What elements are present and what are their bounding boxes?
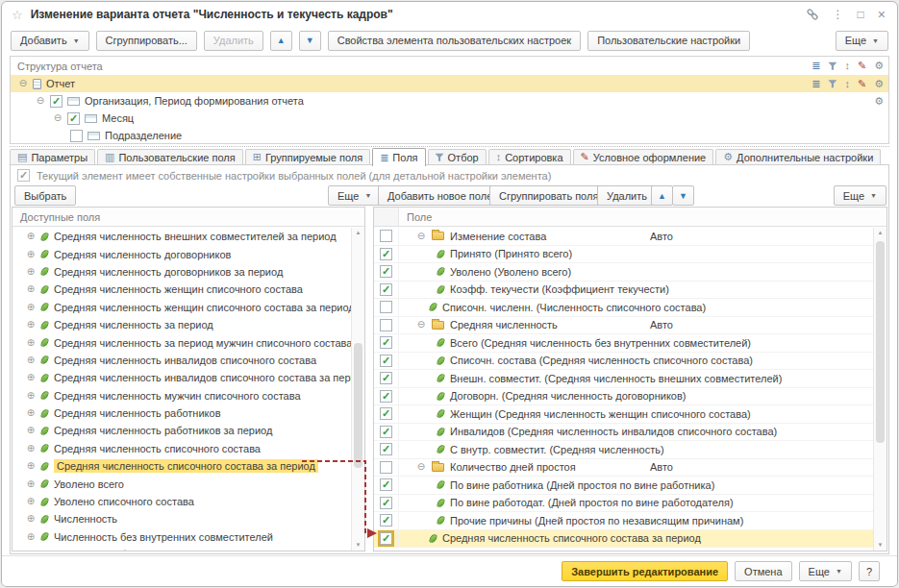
available-field-row[interactable]: ⊕Средняя численность за период мужчин сп… [12, 333, 351, 351]
available-field-row[interactable]: ⊕Средняя численность работников [12, 404, 351, 422]
available-field-row[interactable]: ⊕Средняя численность договорников за пер… [12, 263, 351, 281]
expander-icon[interactable]: ⊕ [26, 250, 36, 259]
selected-field-row[interactable]: ✓Принято (Принято всего) [374, 246, 873, 264]
structure-row[interactable]: ⊖✓Организация, Период формирования отчет… [11, 92, 888, 110]
selected-fields-more-button[interactable]: Еще▼ [834, 185, 887, 206]
tab-fields[interactable]: ≣Поля [372, 148, 425, 166]
scroll-up-icon[interactable]: ▲ [352, 228, 364, 238]
expander-icon[interactable]: ⊖ [18, 79, 28, 88]
finish-editing-button[interactable]: Завершить редактирование [562, 561, 728, 581]
row-checkbox[interactable]: ✓ [380, 426, 392, 438]
selected-fields-scrollbar[interactable]: ▲ ▼ [873, 228, 887, 551]
available-field-row[interactable]: ⊕Средняя численность списочного состава … [12, 457, 351, 475]
selected-field-row[interactable]: ✓Внешн. совместит. (Средняя численность … [374, 370, 873, 388]
selected-field-row[interactable]: ✓С внутр. совместит. (Средняя численност… [374, 441, 873, 459]
selected-field-row[interactable]: Списочн. численн. (Численность списочног… [374, 299, 873, 317]
selected-field-row[interactable]: ✓Инвалидов (Средняя численность инвалидо… [374, 424, 873, 442]
group-fields-button[interactable]: Сгруппировать поля [489, 185, 608, 206]
additional-settings-icon[interactable]: ⚙ [874, 79, 884, 89]
expander-icon[interactable]: ⊕ [26, 497, 36, 506]
scroll-up-icon[interactable]: ▲ [874, 228, 887, 238]
row-checkbox[interactable]: ✓ [380, 478, 392, 491]
expander-icon[interactable]: ⊕ [26, 550, 36, 551]
expander-icon[interactable]: ⊕ [26, 532, 36, 542]
expander-icon[interactable]: ⊕ [26, 355, 36, 365]
available-fields-more-button[interactable]: Еще▼ [328, 185, 381, 206]
kebab-menu-icon[interactable]: ⋮ [833, 9, 844, 20]
field-move-up-button[interactable]: ▲ [651, 185, 673, 206]
selected-field-row[interactable]: ✓Всего (Средняя численность без внутренн… [374, 334, 873, 353]
available-field-row[interactable]: ⊕Средняя численность инвалидов списочног… [12, 352, 351, 369]
filter-icon[interactable] [828, 61, 837, 70]
expander-icon[interactable]: ⊕ [26, 479, 36, 489]
available-field-row[interactable]: ⊕Уволено всего [12, 475, 351, 492]
tab-conditional-appearance[interactable]: ✎Условное оформление [573, 149, 714, 164]
structure-row[interactable]: ⊖Отчет≣↕✎⚙ [11, 75, 888, 92]
user-settings-element-properties-button[interactable]: Свойства элемента пользовательских настр… [328, 31, 581, 51]
sort-icon[interactable]: ↕ [844, 61, 850, 71]
expander-icon[interactable]: ⊖ [416, 320, 426, 330]
row-checkbox[interactable] [380, 301, 392, 313]
row-checkbox[interactable]: ✓ [380, 283, 392, 296]
selected-field-row[interactable]: ✓Уволено (Уволено всего) [374, 263, 873, 282]
expander-icon[interactable]: ⊕ [26, 373, 36, 382]
available-field-row[interactable]: ⊕Средняя численность инвалидов списочног… [12, 369, 351, 386]
scroll-down-icon[interactable]: ▼ [352, 540, 364, 551]
move-up-button[interactable]: ▲ [270, 31, 292, 51]
row-checkbox[interactable]: ✓ [380, 372, 392, 384]
available-field-row[interactable]: ⊕Численность без внутренних совместителе… [12, 546, 351, 551]
link-icon[interactable] [806, 8, 819, 21]
expander-icon[interactable]: ⊕ [26, 232, 36, 241]
available-fields-scrollbar[interactable]: ▲ ▼ [351, 228, 364, 551]
selected-field-row[interactable]: ✓Договорн. (Средняя численность договорн… [374, 388, 873, 406]
tab-user-fields[interactable]: ▥Пользовательские поля [97, 149, 243, 164]
expander-icon[interactable]: ⊕ [26, 391, 36, 401]
conditional-appearance-icon[interactable]: ✎ [858, 79, 866, 89]
user-settings-button[interactable]: Пользовательские настройки [587, 31, 750, 51]
row-checkbox[interactable] [380, 461, 392, 474]
expander-icon[interactable]: ⊖ [36, 96, 45, 106]
structure-row[interactable]: Подразделение [11, 127, 888, 144]
close-icon[interactable]: × [878, 8, 886, 21]
tab-filter[interactable]: Отбор [428, 149, 487, 164]
favorite-star-icon[interactable]: ☆ [12, 8, 23, 22]
add-button[interactable]: Добавить▼ [11, 31, 89, 51]
expander-icon[interactable]: ⊕ [26, 408, 36, 418]
add-new-field-button[interactable]: Добавить новое поле [378, 185, 502, 206]
expander-icon[interactable]: ⊕ [26, 338, 36, 348]
expander-icon[interactable]: ⊕ [26, 267, 36, 277]
available-field-row[interactable]: ⊕Средняя численность мужчин списочного с… [12, 387, 351, 404]
expander-icon[interactable]: ⊕ [26, 320, 36, 330]
selected-field-row[interactable]: ✓Средняя численность списочного состава … [374, 530, 873, 549]
available-field-row[interactable]: ⊕Средняя численность договорников [12, 245, 351, 262]
additional-settings-icon[interactable]: ⚙ [874, 61, 884, 71]
row-checkbox[interactable] [380, 230, 392, 242]
additional-settings-icon[interactable]: ⚙ [874, 96, 884, 107]
row-checkbox[interactable]: ✓ [50, 95, 62, 108]
scrollbar-thumb[interactable] [354, 343, 362, 468]
row-checkbox[interactable]: ✓ [380, 336, 392, 349]
available-field-row[interactable]: ⊕Численность [12, 510, 351, 527]
row-checkbox[interactable]: ✓ [380, 514, 392, 527]
tab-parameters[interactable]: ▤Параметры [10, 149, 95, 164]
conditional-appearance-icon[interactable]: ✎ [858, 61, 866, 71]
scrollbar-thumb[interactable] [876, 241, 885, 443]
help-button[interactable]: ? [859, 561, 880, 581]
footer-more-button[interactable]: Еще▼ [799, 561, 852, 581]
filter-icon[interactable] [828, 80, 837, 88]
row-checkbox[interactable]: ✓ [67, 112, 80, 125]
fields-icon[interactable]: ≣ [812, 79, 820, 89]
selected-field-row[interactable]: ✓Женщин (Средняя численность женщин спис… [374, 405, 873, 424]
expander-icon[interactable]: ⊖ [416, 232, 426, 241]
available-field-row[interactable]: ⊕Средняя численность за период [12, 316, 351, 333]
selected-field-row[interactable]: ✓Списочн. состава (Средняя численность с… [374, 353, 873, 371]
row-checkbox[interactable]: ✓ [380, 407, 392, 420]
expander-icon[interactable]: ⊕ [26, 444, 36, 453]
maximize-icon[interactable]: □ [858, 9, 864, 20]
row-checkbox[interactable]: ✓ [380, 390, 392, 403]
own-settings-checkbox[interactable]: ✓ [17, 169, 30, 182]
selected-field-row[interactable]: ⊖Изменение составаАвто [374, 228, 873, 246]
selected-field-row[interactable]: ✓Коэфф. текучести (Коэффициент текучести… [374, 282, 873, 300]
scroll-down-icon[interactable]: ▼ [874, 540, 887, 551]
selected-field-row[interactable]: ⊖Количество дней простояАвто [374, 459, 873, 478]
